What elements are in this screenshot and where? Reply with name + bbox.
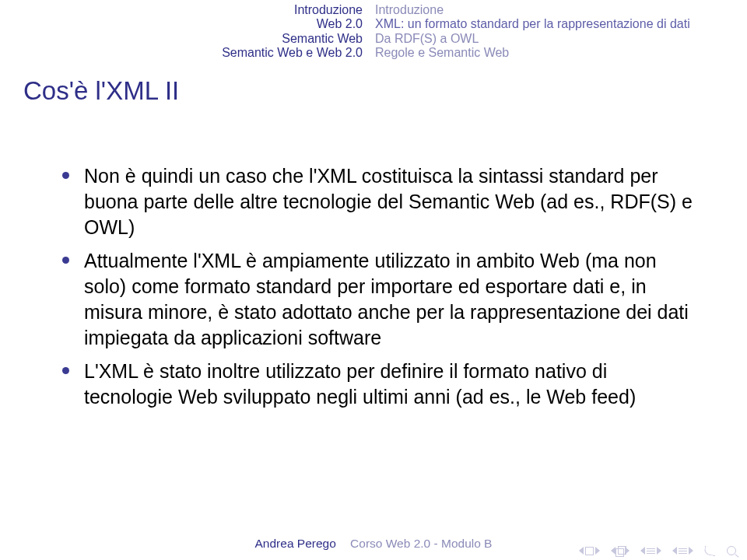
- subsection-link-regole[interactable]: Regole e Semantic Web: [375, 46, 747, 60]
- prev-slide-icon: [579, 547, 584, 555]
- prev-section-icon: [672, 547, 677, 555]
- nav-subsection[interactable]: [640, 547, 661, 555]
- frame-title: Cos'è l'XML II: [23, 76, 179, 106]
- slide-icon: [585, 547, 594, 555]
- section-link-introduzione[interactable]: Introduzione: [0, 3, 363, 17]
- nav-back-forward[interactable]: [704, 547, 716, 555]
- footer-title: Corso Web 2.0 - Modulo B: [350, 537, 492, 550]
- subsection-link-introduzione[interactable]: Introduzione: [375, 3, 747, 17]
- section-icon: [679, 548, 687, 554]
- section-link-semanticweb[interactable]: Semantic Web: [0, 32, 363, 46]
- bullet-item: L'XML è stato inoltre utilizzato per def…: [61, 359, 700, 410]
- search-icon: [727, 546, 736, 555]
- bullet-item: Attualmente l'XML è ampiamente utilizzat…: [61, 248, 700, 351]
- frame-icon: [615, 546, 625, 555]
- subsection-nav: Introduzione XML: un formato standard pe…: [374, 0, 747, 67]
- subsection-link-xml[interactable]: XML: un formato standard per la rapprese…: [375, 17, 747, 31]
- back-icon: [703, 545, 717, 555]
- section-link-semanticweb-web20[interactable]: Semantic Web e Web 2.0: [0, 46, 363, 60]
- section-nav: Introduzione Web 2.0 Semantic Web Semant…: [0, 0, 374, 67]
- beamer-nav-symbols: [579, 546, 736, 555]
- slide-header: Introduzione Web 2.0 Semantic Web Semant…: [0, 0, 747, 67]
- section-link-web20[interactable]: Web 2.0: [0, 17, 363, 31]
- next-slide-icon: [595, 547, 600, 555]
- nav-section[interactable]: [672, 547, 693, 555]
- nav-search[interactable]: [727, 546, 736, 555]
- nav-slide[interactable]: [579, 547, 600, 555]
- subsection-link-rdfs-owl[interactable]: Da RDF(S) a OWL: [375, 32, 747, 46]
- footer-author: Andrea Perego: [255, 537, 347, 550]
- next-subsection-icon: [657, 547, 661, 555]
- slide-body: Non è quindi un caso che l'XML costituis…: [61, 163, 700, 418]
- bullet-item: Non è quindi un caso che l'XML costituis…: [61, 163, 700, 240]
- subsection-icon: [647, 548, 655, 554]
- nav-frame[interactable]: [611, 546, 630, 555]
- prev-subsection-icon: [640, 547, 645, 555]
- next-section-icon: [689, 547, 693, 555]
